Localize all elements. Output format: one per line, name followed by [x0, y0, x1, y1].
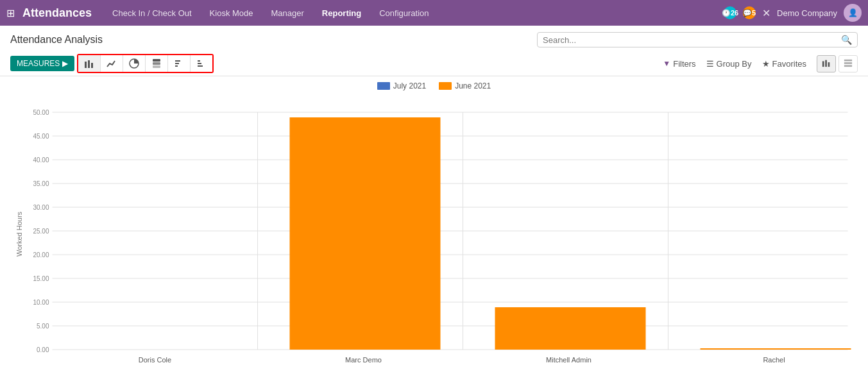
avatar[interactable]: 👤	[844, 4, 862, 22]
list-view-button[interactable]	[838, 55, 858, 72]
app-title: Attendances	[22, 6, 92, 20]
chart-svg: Worked Hours 50.00 45.00 40.00 35.00 30.…	[13, 93, 855, 369]
page-title: Attendance Analysis	[10, 34, 103, 46]
search-bar: 🔍	[537, 32, 858, 47]
search-input[interactable]	[543, 35, 841, 45]
legend-june-label: June 2021	[455, 81, 491, 90]
svg-text:15.00: 15.00	[33, 275, 49, 282]
search-icon: 🔍	[841, 35, 852, 45]
bar-mitchell-june	[495, 307, 646, 350]
svg-text:Doris Cole: Doris Cole	[139, 356, 171, 364]
svg-text:Worked Hours: Worked Hours	[15, 211, 23, 257]
page-header: Attendance Analysis 🔍	[0, 26, 868, 51]
navbar-right: 🕐 26 💬 5 ✕ Demo Company 👤	[724, 4, 862, 22]
chart-view-button[interactable]	[817, 55, 836, 72]
message-badge[interactable]: 💬 5	[743, 6, 756, 19]
navbar: ⊞ Attendances Check In / Check Out Kiosk…	[0, 0, 868, 26]
svg-rect-14	[825, 60, 827, 67]
svg-text:Marc Demo: Marc Demo	[345, 356, 382, 364]
group-by-label: Group By	[717, 59, 752, 69]
svg-text:35.00: 35.00	[33, 180, 49, 187]
chart-type-group	[77, 54, 214, 73]
pie-chart-button[interactable]	[123, 55, 146, 72]
chart-svg-wrapper: Worked Hours 50.00 45.00 40.00 35.00 30.…	[13, 93, 855, 371]
svg-text:40.00: 40.00	[33, 157, 49, 164]
svg-text:10.00: 10.00	[33, 299, 49, 306]
favorites-label: Favorites	[772, 59, 806, 69]
svg-rect-6	[153, 65, 160, 68]
nav-kiosk[interactable]: Kiosk Mode	[207, 7, 256, 19]
svg-rect-13	[822, 61, 824, 67]
svg-rect-4	[153, 59, 160, 62]
svg-text:45.00: 45.00	[33, 133, 49, 140]
toolbar-right: ▼ Filters ☰ Group By ★ Favorites	[663, 55, 858, 72]
line-chart-button[interactable]	[101, 55, 123, 72]
svg-rect-18	[844, 65, 852, 67]
chart-area: July 2021 June 2021 Worked Hours 50.00 4…	[0, 76, 868, 383]
ascending-sort-button[interactable]	[168, 55, 191, 72]
svg-text:0.00: 0.00	[37, 346, 49, 353]
svg-text:30.00: 30.00	[33, 204, 49, 211]
toolbar: MEASURES ▶ ▼ Filte	[0, 51, 868, 76]
grid-icon[interactable]: ⊞	[6, 7, 15, 19]
nav-menu: Check In / Check Out Kiosk Mode Manager …	[110, 7, 724, 19]
stacked-button[interactable]	[146, 55, 168, 72]
clock-badge[interactable]: 🕐 26	[724, 6, 736, 19]
bar-marc-june	[290, 117, 441, 350]
nav-manager[interactable]: Manager	[269, 7, 307, 19]
svg-rect-16	[844, 59, 852, 61]
chart-legend: July 2021 June 2021	[13, 76, 855, 93]
legend-june: June 2021	[439, 81, 491, 90]
settings-icon[interactable]: ✕	[762, 7, 770, 19]
filters-label: Filters	[673, 59, 695, 69]
svg-text:20.00: 20.00	[33, 251, 49, 259]
svg-rect-17	[844, 62, 852, 64]
svg-text:25.00: 25.00	[33, 228, 49, 235]
group-by-button[interactable]: ☰ Group By	[706, 59, 752, 69]
favorites-star-icon: ★	[762, 59, 770, 69]
filter-icon: ▼	[663, 59, 670, 68]
bar-chart-button[interactable]	[78, 55, 101, 72]
legend-july-label: July 2021	[393, 81, 426, 90]
svg-rect-15	[828, 62, 830, 67]
bar-rachel-june	[701, 348, 851, 350]
measures-chevron-icon: ▶	[62, 59, 68, 68]
measures-button[interactable]: MEASURES ▶	[10, 56, 74, 71]
svg-rect-2	[91, 63, 93, 68]
group-by-icon: ☰	[706, 59, 714, 69]
svg-rect-0	[85, 62, 87, 68]
svg-text:Rachel: Rachel	[763, 356, 785, 364]
legend-june-color	[439, 82, 452, 90]
measures-label: MEASURES	[17, 59, 60, 68]
nav-configuration[interactable]: Configuration	[377, 7, 431, 19]
toolbar-left: MEASURES ▶	[10, 54, 214, 73]
svg-rect-5	[153, 62, 160, 65]
nav-checkin[interactable]: Check In / Check Out	[110, 7, 194, 19]
favorites-button[interactable]: ★ Favorites	[762, 59, 806, 69]
svg-text:50.00: 50.00	[33, 109, 49, 116]
view-toggle	[817, 55, 858, 72]
descending-sort-button[interactable]	[191, 55, 212, 72]
svg-rect-1	[88, 60, 90, 68]
svg-text:Mitchell Admin: Mitchell Admin	[546, 356, 591, 364]
legend-july-color	[377, 82, 390, 90]
nav-reporting[interactable]: Reporting	[319, 7, 364, 19]
company-name: Demo Company	[777, 8, 837, 18]
legend-july: July 2021	[377, 81, 426, 90]
filters-button[interactable]: ▼ Filters	[663, 59, 695, 69]
svg-text:5.00: 5.00	[37, 323, 49, 330]
